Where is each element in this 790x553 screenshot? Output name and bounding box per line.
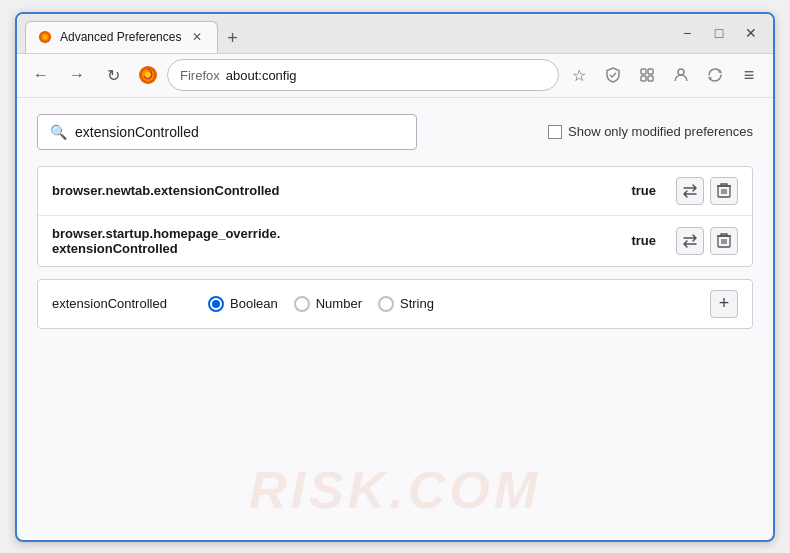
number-radio-circle [294, 296, 310, 312]
address-url: about:config [226, 68, 297, 83]
content-area: RISK.COM 🔍 Show only modified preference… [17, 98, 773, 540]
delete-button-2[interactable] [710, 227, 738, 255]
puzzle-icon [638, 66, 656, 84]
active-tab[interactable]: Advanced Preferences ✕ [25, 21, 218, 53]
string-label: String [400, 296, 434, 311]
pref-name-2-line1: browser.startup.homepage_override. [52, 226, 619, 241]
add-pref-name: extensionControlled [52, 296, 192, 311]
pref-name-1: browser.newtab.extensionControlled [52, 183, 619, 198]
trash-icon [717, 183, 731, 199]
tab-close-button[interactable]: ✕ [189, 29, 205, 45]
type-radio-group: Boolean Number String [208, 296, 434, 312]
boolean-label: Boolean [230, 296, 278, 311]
add-preference-row: extensionControlled Boolean Number Strin… [37, 279, 753, 329]
boolean-radio-option[interactable]: Boolean [208, 296, 278, 312]
string-radio-option[interactable]: String [378, 296, 434, 312]
add-preference-button[interactable]: + [710, 290, 738, 318]
svg-rect-7 [648, 69, 653, 74]
table-row: browser.startup.homepage_override. exten… [38, 216, 752, 266]
toggle-button-1[interactable] [676, 177, 704, 205]
string-radio-circle [378, 296, 394, 312]
svg-rect-9 [648, 76, 653, 81]
row-actions-2 [676, 227, 738, 255]
search-icon: 🔍 [50, 124, 67, 140]
pref-value-2: true [631, 233, 656, 248]
search-container: 🔍 Show only modified preferences [37, 114, 753, 150]
extension-puzzle-icon-button[interactable] [631, 59, 663, 91]
bookmark-icon-button[interactable]: ☆ [563, 59, 595, 91]
browser-window: Advanced Preferences ✕ + − □ ✕ ← → ↻ Fir… [15, 12, 775, 542]
close-button[interactable]: ✕ [737, 19, 765, 47]
pref-name-2-line2: extensionControlled [52, 241, 619, 256]
minimize-button[interactable]: − [673, 19, 701, 47]
svg-point-2 [43, 35, 47, 39]
svg-rect-8 [641, 76, 646, 81]
search-input[interactable] [75, 124, 404, 140]
profile-icon-button[interactable] [665, 59, 697, 91]
results-table: browser.newtab.extensionControlled true [37, 166, 753, 267]
watermark: RISK.COM [249, 460, 541, 520]
number-radio-option[interactable]: Number [294, 296, 362, 312]
address-bar[interactable]: Firefox about:config [167, 59, 559, 91]
tab-area: Advanced Preferences ✕ + [25, 14, 661, 53]
number-label: Number [316, 296, 362, 311]
back-button[interactable]: ← [25, 59, 57, 91]
forward-button[interactable]: → [61, 59, 93, 91]
title-bar: Advanced Preferences ✕ + − □ ✕ [17, 14, 773, 54]
maximize-button[interactable]: □ [705, 19, 733, 47]
arrows-swap-icon [682, 183, 698, 199]
toggle-button-2[interactable] [676, 227, 704, 255]
tab-title: Advanced Preferences [60, 30, 181, 44]
pocket-shield-icon [604, 66, 622, 84]
nav-bar: ← → ↻ Firefox about:config ☆ [17, 54, 773, 98]
nav-icons: ☆ [563, 59, 765, 91]
firefox-logo-icon [137, 64, 159, 86]
person-icon [672, 66, 690, 84]
sync-icon-button[interactable] [699, 59, 731, 91]
show-modified-container: Show only modified preferences [548, 124, 753, 139]
svg-point-10 [678, 69, 684, 75]
pocket-icon-button[interactable] [597, 59, 629, 91]
svg-rect-6 [641, 69, 646, 74]
tab-favicon-icon [38, 30, 52, 44]
sync-arrows-icon [706, 66, 724, 84]
pref-name-2: browser.startup.homepage_override. exten… [52, 226, 619, 256]
delete-button-1[interactable] [710, 177, 738, 205]
show-modified-label: Show only modified preferences [568, 124, 753, 139]
reload-button[interactable]: ↻ [97, 59, 129, 91]
menu-button[interactable]: ≡ [733, 59, 765, 91]
new-tab-button[interactable]: + [218, 25, 246, 53]
browser-name: Firefox [180, 68, 220, 83]
arrows-swap-icon-2 [682, 233, 698, 249]
search-box[interactable]: 🔍 [37, 114, 417, 150]
row-actions-1 [676, 177, 738, 205]
trash-icon-2 [717, 233, 731, 249]
window-controls: − □ ✕ [673, 19, 765, 47]
show-modified-checkbox[interactable] [548, 125, 562, 139]
boolean-radio-circle [208, 296, 224, 312]
table-row: browser.newtab.extensionControlled true [38, 167, 752, 216]
pref-value-1: true [631, 183, 656, 198]
